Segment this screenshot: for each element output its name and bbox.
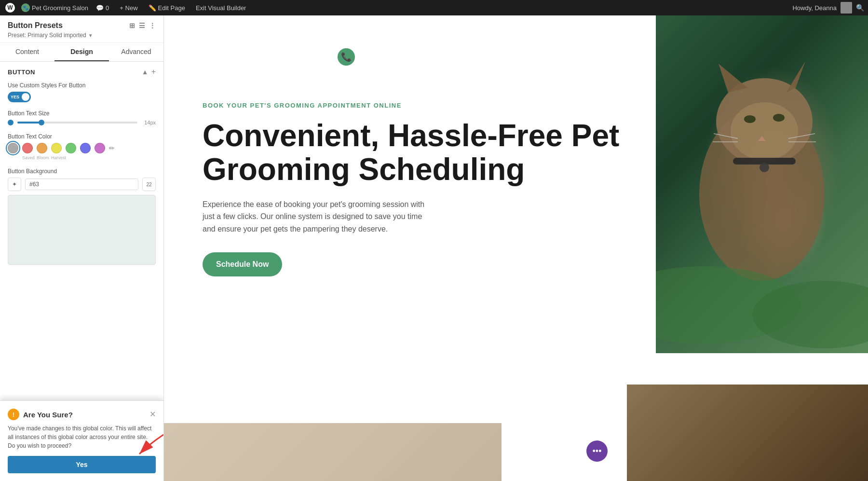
floating-teal-button[interactable]: 📞	[338, 48, 355, 66]
svg-point-10	[760, 163, 769, 172]
toggle-knob	[22, 93, 29, 101]
admin-bar-right: Howdy, Deanna 🔍	[792, 2, 864, 14]
toggle-yes-label: YES	[11, 95, 19, 99]
svg-point-5	[731, 102, 798, 160]
color-swatch-red[interactable]	[22, 143, 33, 153]
confirm-header: ! Are You Sure? ✕	[8, 409, 156, 420]
text-color-group: Button Text Color ✏ Saved Bloom Harvest	[8, 133, 156, 160]
new-button[interactable]: + New	[117, 4, 140, 12]
more-icon[interactable]: ⋮	[149, 22, 156, 29]
tab-advanced[interactable]: Advanced	[109, 43, 163, 61]
edit-page-button[interactable]: ✏️ Edit Page	[146, 4, 188, 12]
hero-title: Convenient, Hassle-Free Pet Grooming Sch…	[203, 119, 627, 187]
slider-container: 14px	[8, 120, 156, 125]
bg-color-input[interactable]	[25, 179, 138, 190]
toggle-container: YES	[8, 92, 156, 102]
hero-left: BOOK YOUR PET'S GROOMING APPOINTMENT ONL…	[164, 15, 656, 353]
bg-section: Button Background ✦ 22	[8, 168, 156, 265]
slider-thumb[interactable]	[39, 120, 44, 125]
tab-content[interactable]: Content	[0, 43, 54, 61]
cat-svg	[656, 15, 868, 353]
custom-styles-toggle[interactable]: YES	[8, 92, 31, 102]
text-color-label: Button Text Color	[8, 133, 156, 140]
chevron-up-icon[interactable]: ▲	[142, 68, 149, 76]
close-dialog-button[interactable]: ✕	[149, 411, 156, 418]
schedule-now-button[interactable]: Schedule Now	[203, 252, 282, 276]
custom-styles-group: Use Custom Styles For Button YES	[8, 82, 156, 102]
red-arrow	[130, 430, 164, 461]
text-size-group: Button Text Size 14px	[8, 110, 156, 125]
wp-icon: W	[5, 3, 15, 13]
search-icon[interactable]: 🔍	[856, 4, 864, 12]
color-pen-icon[interactable]: ✏	[109, 144, 115, 152]
color-label-bloom: Bloom	[37, 155, 47, 160]
bg-label: Button Background	[8, 168, 156, 175]
warning-icon: !	[8, 409, 19, 420]
panel-header: Button Presets ⊞ ☰ ⋮ Preset: Primary Sol…	[0, 15, 163, 43]
admin-bar: W 🐾 Pet Grooming Salon 💬 0 + New ✏️ Edit…	[0, 0, 868, 15]
site-name[interactable]: 🐾 Pet Grooming Salon	[21, 3, 88, 12]
paw-icon: 🐾	[21, 3, 30, 12]
svg-marker-4	[786, 61, 805, 93]
slider-value: 14px	[141, 120, 156, 125]
custom-styles-label: Use Custom Styles For Button	[8, 82, 156, 89]
dropdown-arrow-icon: ▼	[88, 33, 93, 38]
section-icons: ▲ +	[142, 68, 156, 76]
confirm-dialog: ! Are You Sure? ✕ You've made changes to…	[0, 400, 163, 481]
svg-marker-3	[719, 64, 747, 93]
add-section-icon[interactable]: +	[151, 68, 156, 76]
slider-icon	[8, 120, 14, 125]
slider-fill	[17, 122, 41, 124]
exit-builder-button[interactable]: Exit Visual Builder	[193, 4, 249, 12]
bg-icon-btn-grid[interactable]: 22	[142, 178, 156, 191]
color-swatch-purple[interactable]	[95, 143, 105, 153]
panel-title: Button Presets ⊞ ☰ ⋮	[8, 21, 156, 30]
color-label-saved: Saved	[22, 155, 33, 160]
layout-icon[interactable]: ⊞	[129, 22, 135, 29]
color-swatch-orange[interactable]	[37, 143, 47, 153]
bg-icon-btn-star[interactable]: ✦	[8, 178, 21, 191]
comment-count[interactable]: 💬 0	[93, 4, 112, 12]
wordpress-logo[interactable]: W	[4, 1, 16, 14]
confirm-title: ! Are You Sure?	[8, 409, 73, 420]
color-labels: Saved Bloom Harvest	[22, 155, 156, 160]
color-label-harvest: Harvest	[51, 155, 62, 160]
color-swatches: ✏	[8, 143, 156, 153]
user-avatar[interactable]	[841, 2, 852, 14]
right-content: 📞 BOOK YOUR PET'S GROOMING APPOINTMENT O…	[164, 15, 868, 481]
dots-menu-button[interactable]: •••	[586, 440, 608, 462]
svg-point-6	[744, 115, 756, 123]
bottom-right-image	[627, 385, 868, 481]
svg-point-7	[773, 114, 785, 122]
section-title: Button	[8, 69, 35, 76]
bg-preview	[8, 195, 156, 265]
bg-controls: ✦ 22	[8, 178, 156, 191]
admin-bar-left: W 🐾 Pet Grooming Salon 💬 0 + New ✏️ Edit…	[4, 1, 787, 14]
cat-image	[656, 15, 868, 353]
color-swatch-green[interactable]	[66, 143, 76, 153]
hero-tag: BOOK YOUR PET'S GROOMING APPOINTMENT ONL…	[203, 102, 627, 109]
slider-track[interactable]	[17, 122, 137, 124]
hero-section: BOOK YOUR PET'S GROOMING APPOINTMENT ONL…	[164, 15, 868, 353]
panel-tabs: Content Design Advanced	[0, 43, 163, 62]
tab-design[interactable]: Design	[54, 43, 109, 61]
main-layout: Button Presets ⊞ ☰ ⋮ Preset: Primary Sol…	[0, 15, 868, 481]
color-swatch-blue[interactable]	[80, 143, 91, 153]
panel-subtitle: Preset: Primary Solid imported ▼	[8, 32, 156, 39]
text-size-label: Button Text Size	[8, 110, 156, 117]
howdy-label: Howdy, Deanna	[792, 4, 837, 12]
page-canvas: BOOK YOUR PET'S GROOMING APPOINTMENT ONL…	[164, 15, 868, 481]
columns-icon[interactable]: ☰	[139, 22, 145, 29]
panel-title-icons: ⊞ ☰ ⋮	[129, 22, 156, 29]
hero-description: Experience the ease of booking your pet'…	[203, 198, 434, 235]
hero-right	[656, 15, 868, 353]
button-section-header: Button ▲ +	[8, 68, 156, 76]
color-swatch-gray[interactable]	[8, 143, 18, 153]
left-panel: Button Presets ⊞ ☰ ⋮ Preset: Primary Sol…	[0, 15, 164, 481]
color-swatch-yellow[interactable]	[51, 143, 62, 153]
bottom-left-image	[164, 423, 502, 481]
